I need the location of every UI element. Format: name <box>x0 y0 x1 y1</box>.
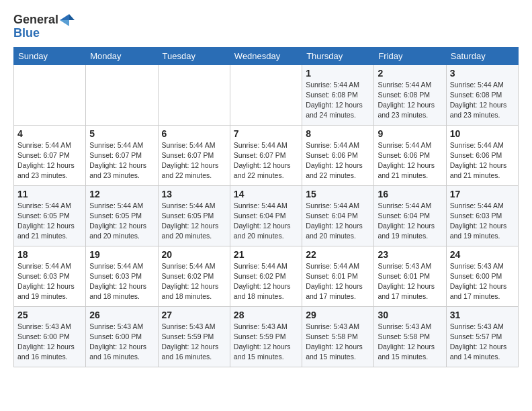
calendar-cell: 20Sunrise: 5:44 AM Sunset: 6:02 PM Dayli… <box>158 246 230 306</box>
day-info: Sunrise: 5:44 AM Sunset: 6:05 PM Dayligh… <box>17 201 82 242</box>
day-number: 6 <box>162 128 226 139</box>
calendar-cell: 2Sunrise: 5:44 AM Sunset: 6:08 PM Daylig… <box>374 64 446 125</box>
calendar-cell: 4Sunrise: 5:44 AM Sunset: 6:07 PM Daylig… <box>14 125 86 185</box>
calendar-cell: 27Sunrise: 5:43 AM Sunset: 5:59 PM Dayli… <box>158 306 230 367</box>
day-info: Sunrise: 5:44 AM Sunset: 6:08 PM Dayligh… <box>450 80 515 121</box>
day-info: Sunrise: 5:43 AM Sunset: 6:01 PM Dayligh… <box>378 261 442 302</box>
logo[interactable]: GeneralBlue <box>13 13 75 40</box>
day-info: Sunrise: 5:44 AM Sunset: 6:07 PM Dayligh… <box>234 140 298 181</box>
day-number: 23 <box>378 249 442 260</box>
day-info: Sunrise: 5:44 AM Sunset: 6:04 PM Dayligh… <box>234 201 298 242</box>
header-wednesday: Wednesday <box>230 47 302 64</box>
header-saturday: Saturday <box>446 47 518 64</box>
calendar-cell: 21Sunrise: 5:44 AM Sunset: 6:02 PM Dayli… <box>230 246 302 306</box>
calendar-week-1: 1Sunrise: 5:44 AM Sunset: 6:08 PM Daylig… <box>14 64 519 125</box>
header-thursday: Thursday <box>302 47 374 64</box>
calendar-cell: 7Sunrise: 5:44 AM Sunset: 6:07 PM Daylig… <box>230 125 302 185</box>
day-number: 21 <box>234 249 298 260</box>
calendar-cell: 8Sunrise: 5:44 AM Sunset: 6:06 PM Daylig… <box>302 125 374 185</box>
calendar-cell: 11Sunrise: 5:44 AM Sunset: 6:05 PM Dayli… <box>14 185 86 246</box>
day-number: 31 <box>450 310 515 320</box>
calendar-cell: 3Sunrise: 5:44 AM Sunset: 6:08 PM Daylig… <box>446 64 518 125</box>
day-number: 22 <box>306 249 370 260</box>
day-number: 12 <box>89 189 154 199</box>
calendar-cell <box>158 64 230 125</box>
calendar-cell: 19Sunrise: 5:44 AM Sunset: 6:03 PM Dayli… <box>86 246 158 306</box>
calendar-week-3: 11Sunrise: 5:44 AM Sunset: 6:05 PM Dayli… <box>14 185 519 246</box>
day-number: 18 <box>17 249 82 260</box>
calendar-cell: 9Sunrise: 5:44 AM Sunset: 6:06 PM Daylig… <box>374 125 446 185</box>
day-info: Sunrise: 5:44 AM Sunset: 6:02 PM Dayligh… <box>234 261 298 302</box>
svg-marker-1 <box>69 14 75 20</box>
calendar-cell: 29Sunrise: 5:43 AM Sunset: 5:58 PM Dayli… <box>302 306 374 367</box>
calendar-week-2: 4Sunrise: 5:44 AM Sunset: 6:07 PM Daylig… <box>14 125 519 185</box>
calendar-cell: 31Sunrise: 5:43 AM Sunset: 5:57 PM Dayli… <box>446 306 518 367</box>
calendar-cell: 28Sunrise: 5:43 AM Sunset: 5:59 PM Dayli… <box>230 306 302 367</box>
calendar-cell: 25Sunrise: 5:43 AM Sunset: 6:00 PM Dayli… <box>14 306 86 367</box>
calendar-week-5: 25Sunrise: 5:43 AM Sunset: 6:00 PM Dayli… <box>14 306 519 367</box>
day-info: Sunrise: 5:43 AM Sunset: 5:58 PM Dayligh… <box>378 322 442 363</box>
day-info: Sunrise: 5:44 AM Sunset: 6:04 PM Dayligh… <box>306 201 370 242</box>
calendar-cell: 24Sunrise: 5:43 AM Sunset: 6:00 PM Dayli… <box>446 246 518 306</box>
calendar-cell: 16Sunrise: 5:44 AM Sunset: 6:04 PM Dayli… <box>374 185 446 246</box>
day-info: Sunrise: 5:43 AM Sunset: 5:59 PM Dayligh… <box>162 322 226 363</box>
header-monday: Monday <box>86 47 158 64</box>
day-info: Sunrise: 5:44 AM Sunset: 6:06 PM Dayligh… <box>378 140 442 181</box>
day-info: Sunrise: 5:44 AM Sunset: 6:08 PM Dayligh… <box>306 80 370 121</box>
calendar-table: SundayMondayTuesdayWednesdayThursdayFrid… <box>13 47 519 367</box>
calendar-cell: 30Sunrise: 5:43 AM Sunset: 5:58 PM Dayli… <box>374 306 446 367</box>
header-friday: Friday <box>374 47 446 64</box>
day-number: 24 <box>450 249 515 260</box>
calendar-cell: 18Sunrise: 5:44 AM Sunset: 6:03 PM Dayli… <box>14 246 86 306</box>
day-number: 5 <box>89 128 154 139</box>
calendar-cell <box>230 64 302 125</box>
calendar-cell: 17Sunrise: 5:44 AM Sunset: 6:03 PM Dayli… <box>446 185 518 246</box>
calendar-cell <box>14 64 86 125</box>
calendar-cell <box>86 64 158 125</box>
day-number: 26 <box>89 310 154 320</box>
day-info: Sunrise: 5:44 AM Sunset: 6:01 PM Dayligh… <box>306 261 370 302</box>
day-number: 28 <box>234 310 298 320</box>
day-number: 30 <box>378 310 442 320</box>
calendar-cell: 6Sunrise: 5:44 AM Sunset: 6:07 PM Daylig… <box>158 125 230 185</box>
day-info: Sunrise: 5:44 AM Sunset: 6:05 PM Dayligh… <box>162 201 226 242</box>
day-number: 10 <box>450 128 515 139</box>
calendar-header-row: SundayMondayTuesdayWednesdayThursdayFrid… <box>14 47 519 64</box>
calendar-week-4: 18Sunrise: 5:44 AM Sunset: 6:03 PM Dayli… <box>14 246 519 306</box>
day-info: Sunrise: 5:44 AM Sunset: 6:06 PM Dayligh… <box>306 140 370 181</box>
calendar-cell: 13Sunrise: 5:44 AM Sunset: 6:05 PM Dayli… <box>158 185 230 246</box>
day-info: Sunrise: 5:43 AM Sunset: 6:00 PM Dayligh… <box>89 322 154 363</box>
day-info: Sunrise: 5:44 AM Sunset: 6:02 PM Dayligh… <box>162 261 226 302</box>
header-sunday: Sunday <box>14 47 86 64</box>
header-tuesday: Tuesday <box>158 47 230 64</box>
day-number: 17 <box>450 189 515 199</box>
day-info: Sunrise: 5:44 AM Sunset: 6:03 PM Dayligh… <box>89 261 154 302</box>
day-number: 20 <box>162 249 226 260</box>
day-info: Sunrise: 5:44 AM Sunset: 6:04 PM Dayligh… <box>378 201 442 242</box>
day-number: 27 <box>162 310 226 320</box>
day-info: Sunrise: 5:44 AM Sunset: 6:07 PM Dayligh… <box>162 140 226 181</box>
calendar-cell: 1Sunrise: 5:44 AM Sunset: 6:08 PM Daylig… <box>302 64 374 125</box>
day-info: Sunrise: 5:43 AM Sunset: 6:00 PM Dayligh… <box>450 261 515 302</box>
page-header: GeneralBlue <box>13 13 519 40</box>
day-info: Sunrise: 5:44 AM Sunset: 6:06 PM Dayligh… <box>450 140 515 181</box>
day-info: Sunrise: 5:43 AM Sunset: 6:00 PM Dayligh… <box>17 322 82 363</box>
day-info: Sunrise: 5:44 AM Sunset: 6:03 PM Dayligh… <box>17 261 82 302</box>
logo-blue-text: Blue <box>13 27 40 40</box>
calendar-cell: 23Sunrise: 5:43 AM Sunset: 6:01 PM Dayli… <box>374 246 446 306</box>
calendar-cell: 5Sunrise: 5:44 AM Sunset: 6:07 PM Daylig… <box>86 125 158 185</box>
day-number: 3 <box>450 68 515 79</box>
calendar-cell: 14Sunrise: 5:44 AM Sunset: 6:04 PM Dayli… <box>230 185 302 246</box>
calendar-cell: 22Sunrise: 5:44 AM Sunset: 6:01 PM Dayli… <box>302 246 374 306</box>
day-number: 1 <box>306 68 370 79</box>
day-number: 11 <box>17 189 82 199</box>
day-number: 7 <box>234 128 298 139</box>
calendar-cell: 12Sunrise: 5:44 AM Sunset: 6:05 PM Dayli… <box>86 185 158 246</box>
day-info: Sunrise: 5:44 AM Sunset: 6:08 PM Dayligh… <box>378 80 442 121</box>
svg-marker-2 <box>60 20 69 26</box>
calendar-cell: 15Sunrise: 5:44 AM Sunset: 6:04 PM Dayli… <box>302 185 374 246</box>
day-number: 16 <box>378 189 442 199</box>
calendar-cell: 26Sunrise: 5:43 AM Sunset: 6:00 PM Dayli… <box>86 306 158 367</box>
day-number: 9 <box>378 128 442 139</box>
svg-marker-0 <box>60 14 69 20</box>
